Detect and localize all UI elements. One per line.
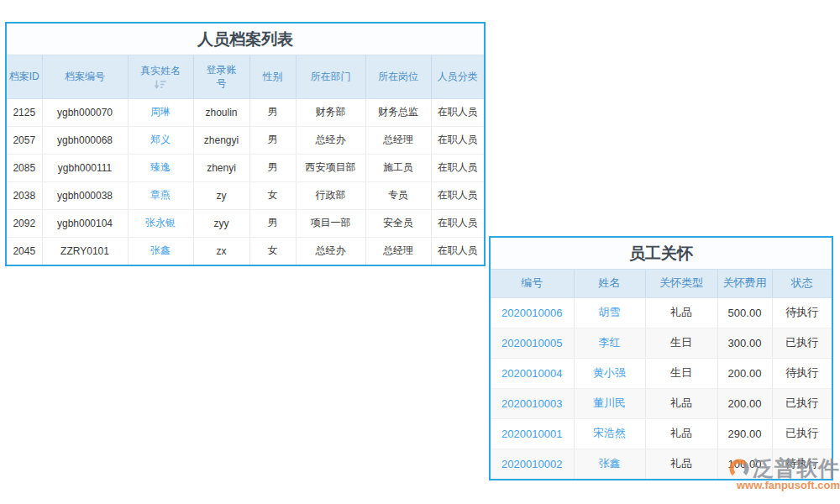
personnel-table: 档案ID 档案编号 真实姓名 bbox=[7, 55, 484, 265]
cell-care-name[interactable]: 黄小强 bbox=[574, 358, 645, 388]
cell-login-account: zhenyi bbox=[193, 154, 249, 181]
cell-care-no[interactable]: 2020010002 bbox=[491, 449, 574, 479]
cell-care-type: 礼品 bbox=[645, 388, 717, 418]
sort-amount-icon bbox=[155, 80, 166, 89]
care-name-link[interactable]: 宋浩然 bbox=[593, 427, 626, 439]
personnel-header-row: 档案ID 档案编号 真实姓名 bbox=[7, 55, 484, 98]
person-name-link[interactable]: 张永银 bbox=[145, 217, 176, 228]
table-row: 2020010004 黄小强 生日 200.00 待执行 bbox=[491, 358, 832, 388]
care-name-link[interactable]: 张鑫 bbox=[599, 457, 621, 470]
table-row: 2020010003 董川民 礼品 200.00 已执行 bbox=[491, 388, 832, 418]
cell-department: 总经办 bbox=[296, 126, 365, 154]
care-no-link[interactable]: 2020010003 bbox=[501, 397, 562, 410]
cell-archive-code: ygbh000104 bbox=[42, 209, 128, 237]
cell-care-name[interactable]: 宋浩然 bbox=[574, 418, 645, 449]
cell-archive-code: ygbh000068 bbox=[42, 126, 128, 154]
col-header-care-fee: 关怀费用 bbox=[717, 270, 772, 297]
cell-real-name[interactable]: 郑义 bbox=[128, 126, 193, 154]
cell-archive-code: ygbh000038 bbox=[42, 181, 128, 209]
cell-care-name[interactable]: 李红 bbox=[574, 328, 645, 358]
cell-category: 在职人员 bbox=[431, 126, 484, 154]
cell-care-fee: 290.00 bbox=[717, 418, 772, 449]
cell-archive-id: 2038 bbox=[7, 181, 42, 209]
cell-care-fee: 500.00 bbox=[717, 297, 772, 328]
table-row: 2085 ygbh000111 臻逸 zhenyi 男 西安项目部 施工员 在职… bbox=[7, 154, 484, 181]
col-header-category: 人员分类 bbox=[431, 55, 484, 98]
col-header-care-type: 关怀类型 bbox=[645, 270, 717, 297]
cell-care-no[interactable]: 2020010006 bbox=[491, 297, 574, 328]
cell-post: 施工员 bbox=[365, 154, 431, 181]
cell-care-no[interactable]: 2020010004 bbox=[491, 358, 574, 388]
cell-care-fee: 100.00 bbox=[717, 449, 772, 479]
person-name-link[interactable]: 臻逸 bbox=[150, 161, 171, 173]
employee-care-table: 编号 姓名 关怀类型 关怀费用 状态 2020010006 胡雪 礼品 500.… bbox=[491, 270, 832, 479]
person-name-link[interactable]: 张鑫 bbox=[150, 244, 171, 256]
col-header-department: 所在部门 bbox=[296, 55, 365, 98]
cell-archive-code: ygbh000111 bbox=[42, 154, 128, 181]
person-name-link[interactable]: 郑义 bbox=[150, 134, 171, 145]
cell-care-type: 礼品 bbox=[645, 449, 717, 479]
cell-category: 在职人员 bbox=[431, 237, 484, 265]
care-no-link[interactable]: 2020010005 bbox=[501, 337, 562, 349]
cell-care-name[interactable]: 张鑫 bbox=[574, 449, 645, 479]
cell-real-name[interactable]: 周琳 bbox=[128, 98, 193, 126]
cell-gender: 女 bbox=[249, 181, 296, 209]
col-header-gender: 性别 bbox=[249, 55, 296, 98]
col-header-archive-id: 档案ID bbox=[7, 55, 42, 98]
cell-care-name[interactable]: 董川民 bbox=[574, 388, 645, 418]
care-name-link[interactable]: 胡雪 bbox=[599, 306, 621, 318]
person-name-link[interactable]: 周琳 bbox=[150, 106, 171, 118]
cell-care-name[interactable]: 胡雪 bbox=[574, 297, 645, 328]
cell-archive-id: 2085 bbox=[7, 154, 42, 181]
care-header-row: 编号 姓名 关怀类型 关怀费用 状态 bbox=[491, 270, 832, 297]
cell-care-status: 已执行 bbox=[772, 418, 832, 449]
cell-real-name[interactable]: 章燕 bbox=[128, 181, 193, 209]
cell-category: 在职人员 bbox=[431, 209, 484, 237]
col-header-care-name: 姓名 bbox=[574, 270, 645, 297]
care-name-link[interactable]: 黄小强 bbox=[593, 366, 626, 379]
cell-care-type: 礼品 bbox=[645, 418, 717, 449]
cell-archive-code: ygbh000070 bbox=[42, 98, 128, 126]
table-row: 2045 ZZRY0101 张鑫 zx 女 总经办 总经理 在职人员 bbox=[7, 237, 484, 265]
cell-gender: 男 bbox=[249, 154, 296, 181]
care-name-link[interactable]: 董川民 bbox=[593, 396, 626, 409]
cell-care-status: 已执行 bbox=[772, 328, 832, 358]
cell-login-account: zhengyi bbox=[193, 126, 249, 154]
cell-care-no[interactable]: 2020010003 bbox=[491, 388, 574, 418]
care-no-link[interactable]: 2020010006 bbox=[501, 307, 562, 319]
care-no-link[interactable]: 2020010004 bbox=[501, 367, 562, 380]
cell-login-account: zx bbox=[193, 237, 249, 265]
cell-post: 财务总监 bbox=[365, 98, 431, 126]
cell-department: 总经办 bbox=[296, 237, 365, 265]
care-no-link[interactable]: 2020010002 bbox=[501, 458, 562, 470]
cell-care-no[interactable]: 2020010005 bbox=[491, 328, 574, 358]
care-table-title: 员工关怀 bbox=[491, 238, 832, 270]
care-no-link[interactable]: 2020010001 bbox=[501, 428, 562, 440]
cell-gender: 男 bbox=[249, 126, 296, 154]
table-row: 2038 ygbh000038 章燕 zy 女 行政部 专员 在职人员 bbox=[7, 181, 484, 209]
cell-care-type: 生日 bbox=[645, 358, 717, 388]
cell-department: 西安项目部 bbox=[296, 154, 365, 181]
col-header-archive-code: 档案编号 bbox=[42, 55, 128, 98]
cell-real-name[interactable]: 臻逸 bbox=[128, 154, 193, 181]
cell-care-fee: 200.00 bbox=[717, 388, 772, 418]
cell-post: 专员 bbox=[365, 181, 431, 209]
cell-archive-code: ZZRY0101 bbox=[42, 237, 128, 265]
brand-url: www.fanpusoft.com bbox=[726, 479, 840, 491]
person-name-link[interactable]: 章燕 bbox=[150, 189, 171, 201]
col-header-care-status: 状态 bbox=[772, 270, 832, 297]
table-row: 2020010002 张鑫 礼品 100.00 待执行 bbox=[491, 449, 832, 479]
cell-care-status: 待执行 bbox=[772, 449, 832, 479]
cell-care-no[interactable]: 2020010001 bbox=[491, 418, 574, 449]
table-row: 2020010005 李红 生日 300.00 已执行 bbox=[491, 328, 832, 358]
cell-post: 总经理 bbox=[365, 237, 431, 265]
col-header-real-name[interactable]: 真实姓名 bbox=[128, 55, 193, 98]
table-row: 2020010006 胡雪 礼品 500.00 待执行 bbox=[491, 297, 832, 328]
cell-real-name[interactable]: 张永银 bbox=[128, 209, 193, 237]
table-row: 2020010001 宋浩然 礼品 290.00 已执行 bbox=[491, 418, 832, 449]
cell-category: 在职人员 bbox=[431, 181, 484, 209]
cell-real-name[interactable]: 张鑫 bbox=[128, 237, 193, 265]
cell-archive-id: 2092 bbox=[7, 209, 42, 237]
cell-archive-id: 2125 bbox=[7, 98, 42, 126]
care-name-link[interactable]: 李红 bbox=[599, 336, 621, 349]
